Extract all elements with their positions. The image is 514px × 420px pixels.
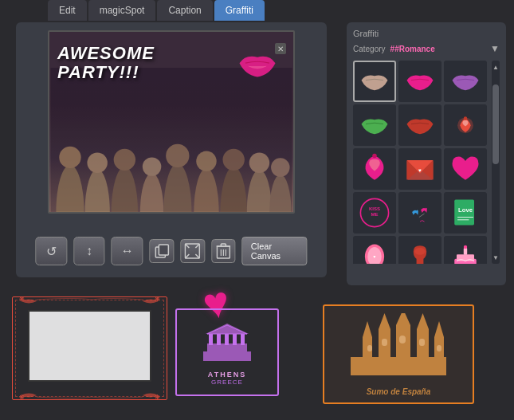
sticker-lips-5 (402, 109, 437, 141)
athens-icon (199, 320, 255, 371)
copy-icon (154, 243, 170, 259)
svg-rect-56 (464, 248, 467, 255)
corner-br: ❋ (155, 394, 160, 401)
scrollbar[interactable]: ▲ ▼ (492, 61, 500, 264)
sticker-cell-4[interactable] (353, 104, 396, 146)
clear-canvas-button[interactable]: Clear Canvas (242, 237, 308, 265)
svg-rect-78 (367, 345, 372, 351)
party-text: AWESOME PARTY!!! (57, 44, 155, 82)
svg-marker-68 (363, 321, 372, 337)
sticker-lips-1 (357, 65, 392, 97)
sticker-cell-6[interactable] (444, 104, 487, 146)
svg-marker-70 (379, 313, 390, 329)
svg-point-57 (464, 245, 467, 249)
sticker-birds (402, 195, 437, 230)
svg-rect-79 (382, 339, 387, 346)
app-container: Edit magicSpot Caption Graffiti (0, 0, 514, 420)
sticker-wine (402, 239, 437, 264)
svg-text:KISS: KISS (369, 206, 380, 211)
svg-rect-82 (437, 345, 441, 351)
spain-text: Sumo de España (367, 387, 431, 396)
sticker-note: Love (448, 195, 483, 230)
panel-title: Graffiti (353, 29, 500, 38)
tab-caption[interactable]: Caption (157, 0, 212, 21)
sticker-cell-7[interactable] (353, 148, 396, 190)
svg-rect-61 (217, 334, 221, 345)
athens-text1: ATHENS (208, 371, 246, 379)
sticker-lips-2 (402, 65, 437, 97)
move-vertical-button[interactable]: ↕ (73, 237, 105, 265)
move-horizontal-button[interactable]: ↔ (112, 237, 143, 265)
resize-icon (185, 243, 201, 259)
sticker-envelope: ♥ (402, 151, 437, 186)
svg-rect-20 (159, 245, 168, 255)
sticker-cell-13[interactable]: ♥ (353, 236, 396, 264)
party-text-line2: PARTY!!! (57, 63, 155, 82)
scroll-up-arrow[interactable]: ▲ (492, 61, 499, 73)
tab-bar: Edit magicSpot Caption Graffiti (48, 0, 265, 21)
canvas-area[interactable]: AWESOME PARTY!!! ✕ (48, 30, 295, 214)
corner-tl: ❋ (19, 296, 25, 303)
svg-rect-60 (209, 334, 213, 345)
svg-point-53 (414, 248, 425, 255)
crowd-svg (49, 68, 293, 212)
svg-rect-80 (399, 336, 406, 343)
tab-magicspot[interactable]: magicSpot (88, 0, 156, 21)
sticker-cell-2[interactable] (398, 61, 441, 102)
sticker-cell-8[interactable]: ♥ (398, 148, 441, 190)
sticker-cell-1[interactable] (353, 61, 396, 102)
spain-icon (347, 313, 450, 387)
sticker-heart-1 (448, 151, 483, 186)
bottom-toolbar: ↺ ↕ ↔ (35, 237, 307, 265)
party-text-line1: AWESOME (57, 44, 155, 63)
corner-bl: ❋ (19, 394, 25, 401)
category-label: Category (353, 45, 386, 53)
sagrada-familia-svg (347, 313, 450, 377)
lips-sticker[interactable]: ✕ (233, 48, 281, 80)
stamp-spain: Sumo de España (323, 304, 474, 404)
delete-button[interactable] (211, 239, 236, 263)
scroll-down-arrow[interactable]: ▼ (492, 251, 499, 264)
svg-marker-72 (396, 313, 410, 325)
tab-edit[interactable]: Edit (48, 0, 87, 21)
sticker-lips-4 (357, 109, 392, 141)
sticker-candy: ♥ (357, 239, 392, 264)
copy-button[interactable] (150, 239, 175, 263)
svg-text:ME: ME (371, 212, 378, 217)
scroll-thumb[interactable] (492, 84, 499, 164)
filter-icon[interactable]: ▼ (490, 43, 500, 54)
svg-rect-62 (225, 334, 229, 345)
svg-point-35 (464, 116, 467, 120)
sticker-grid-container: ♥ KISS ME (353, 61, 500, 264)
sticker-cell-10[interactable]: KISS ME (353, 192, 396, 234)
sticker-cell-9[interactable] (444, 148, 487, 190)
corner-tr: ❋ (155, 296, 160, 303)
svg-text:Love: Love (458, 206, 473, 214)
editor-panel: AWESOME PARTY!!! ✕ ↺ ↕ ↔ (16, 22, 327, 277)
rotate-button[interactable]: ↺ (35, 237, 67, 265)
svg-rect-77 (351, 357, 446, 375)
sticker-cell-11[interactable] (398, 192, 441, 234)
stamp-athens: ATHENS GREECE (175, 308, 279, 396)
sticker-cell-3[interactable] (444, 61, 487, 102)
svg-rect-18 (51, 68, 292, 212)
sticker-lips-3 (448, 65, 483, 97)
sticker-cell-5[interactable] (398, 104, 441, 146)
sticker-cell-15[interactable] (444, 236, 487, 264)
svg-marker-74 (417, 313, 429, 329)
sticker-cell-12[interactable]: Love (444, 192, 487, 234)
svg-text:♥: ♥ (373, 254, 375, 259)
svg-point-36 (372, 154, 377, 159)
sticker-close-button[interactable]: ✕ (275, 43, 286, 54)
sticker-cake (448, 239, 483, 264)
sticker-cell-14[interactable] (398, 236, 441, 264)
resize-button[interactable] (180, 239, 205, 263)
category-row: Category ##Romance ▼ (353, 43, 500, 54)
category-value[interactable]: ##Romance (390, 45, 435, 53)
lips-sticker-svg (233, 48, 281, 81)
tab-graffiti[interactable]: Graffiti (214, 0, 265, 21)
parthenon-svg (199, 320, 255, 363)
svg-rect-64 (241, 334, 245, 345)
sticker-rose-1 (448, 109, 483, 141)
svg-rect-63 (233, 334, 237, 345)
